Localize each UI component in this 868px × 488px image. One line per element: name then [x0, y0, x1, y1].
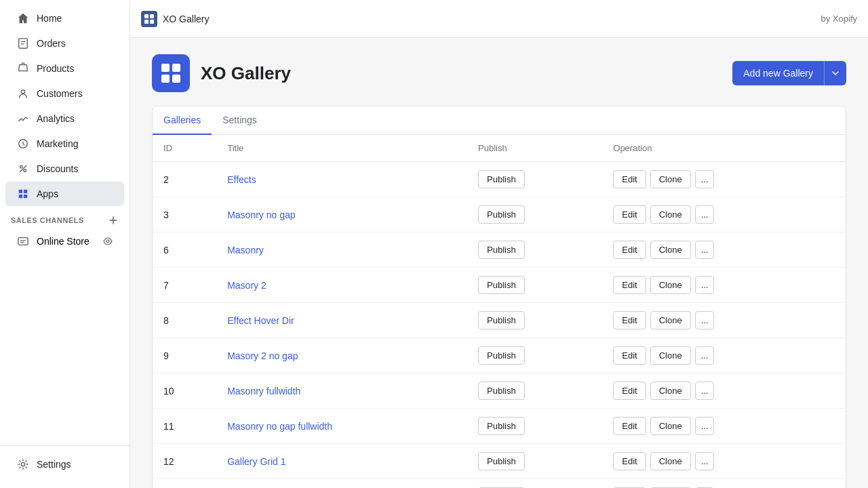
sidebar-item-analytics[interactable]: Analytics	[5, 106, 124, 131]
edit-button[interactable]: Edit	[613, 417, 646, 435]
cell-id: 9	[153, 338, 216, 373]
svg-rect-16	[172, 64, 180, 72]
gallery-link[interactable]: Masory 2	[227, 280, 267, 291]
sidebar-item-home[interactable]: Home	[5, 6, 124, 30]
gallery-link[interactable]: Effect Hover Dir	[227, 315, 294, 326]
clone-button[interactable]: Clone	[650, 346, 691, 365]
gallery-link[interactable]: Masonry no gap	[227, 209, 295, 220]
add-gallery-dropdown-button[interactable]	[824, 61, 846, 85]
more-button[interactable]: ...	[695, 276, 715, 294]
sidebar-item-marketing[interactable]: Marketing	[5, 131, 124, 156]
clone-button[interactable]: Clone	[650, 311, 691, 329]
gallery-link[interactable]: Gallery Grid 1	[227, 456, 285, 467]
add-gallery-button[interactable]: Add new Gallery	[732, 61, 824, 85]
edit-button[interactable]: Edit	[613, 311, 646, 329]
cell-id: 3	[153, 197, 216, 232]
publish-button[interactable]: Publish	[478, 311, 525, 329]
sidebar-item-discounts[interactable]: Discounts	[5, 157, 124, 181]
clone-button[interactable]: Clone	[650, 417, 691, 435]
galleries-table: ID Title Publish Operation 2 Effects Pub…	[153, 135, 846, 488]
svg-rect-5	[24, 190, 27, 193]
add-sales-channel-icon[interactable]	[108, 215, 119, 226]
clone-button[interactable]: Clone	[650, 276, 691, 294]
col-publish: Publish	[467, 135, 602, 162]
publish-button[interactable]: Publish	[478, 170, 525, 188]
cell-operations: Edit Clone ...	[602, 409, 846, 444]
more-button[interactable]: ...	[695, 452, 715, 470]
more-button[interactable]: ...	[695, 170, 715, 188]
more-button[interactable]: ...	[695, 205, 715, 224]
tab-settings[interactable]: Settings	[212, 106, 268, 135]
col-id: ID	[153, 135, 216, 162]
edit-button[interactable]: Edit	[613, 276, 646, 294]
edit-button[interactable]: Edit	[613, 205, 646, 224]
cell-id: 13	[153, 479, 216, 489]
publish-button[interactable]: Publish	[478, 241, 525, 259]
sidebar-item-settings[interactable]: Settings	[5, 452, 124, 476]
sidebar-nav: Home Orders Products Customers Analytics	[0, 0, 130, 445]
sales-channel-online-store[interactable]: Online Store	[5, 229, 124, 253]
sidebar-item-discounts-label: Discounts	[37, 163, 78, 174]
cell-operations: Edit Clone ...	[602, 479, 846, 489]
sidebar-item-products-label: Products	[37, 63, 74, 74]
cell-publish: Publish	[467, 303, 602, 338]
topbar-title: XO Gallery	[163, 14, 209, 24]
cell-id: 7	[153, 268, 216, 303]
tab-galleries[interactable]: Galleries	[153, 106, 212, 135]
col-title: Title	[216, 135, 467, 162]
cell-publish: Publish	[467, 338, 602, 373]
clone-button[interactable]: Clone	[650, 205, 691, 224]
cell-publish: Publish	[467, 162, 602, 197]
gallery-link[interactable]: Effects	[227, 174, 256, 185]
sidebar-item-products[interactable]: Products	[5, 56, 124, 81]
gallery-link[interactable]: Masonry no gap fullwidth	[227, 421, 332, 432]
online-store-visibility-icon[interactable]	[102, 236, 113, 247]
edit-button[interactable]: Edit	[613, 170, 646, 188]
topbar-brand: by Xopify	[821, 14, 857, 24]
svg-point-3	[24, 169, 26, 172]
publish-button[interactable]: Publish	[478, 452, 525, 470]
more-button[interactable]: ...	[695, 382, 715, 400]
gallery-link[interactable]: Masonry fullwidth	[227, 386, 300, 396]
sidebar-item-customers[interactable]: Customers	[5, 81, 124, 106]
table-row: 11 Masonry no gap fullwidth Publish Edit…	[153, 409, 846, 444]
svg-rect-17	[161, 75, 170, 83]
edit-button[interactable]: Edit	[613, 452, 646, 470]
publish-button[interactable]: Publish	[478, 276, 525, 294]
svg-rect-8	[18, 238, 28, 245]
svg-rect-0	[19, 39, 28, 48]
svg-rect-18	[172, 75, 180, 83]
publish-button[interactable]: Publish	[478, 346, 525, 365]
sidebar-item-analytics-label: Analytics	[37, 113, 75, 124]
svg-point-2	[20, 166, 23, 169]
clone-button[interactable]: Clone	[650, 382, 691, 400]
cell-operations: Edit Clone ...	[602, 444, 846, 479]
sidebar-item-apps-label: Apps	[37, 188, 58, 199]
svg-rect-6	[19, 195, 22, 198]
clone-button[interactable]: Clone	[650, 452, 691, 470]
svg-rect-15	[161, 64, 170, 72]
more-button[interactable]: ...	[695, 346, 715, 365]
table-row: 12 Gallery Grid 1 Publish Edit Clone ...	[153, 444, 846, 479]
online-store-label: Online Store	[37, 236, 90, 247]
sidebar-item-orders[interactable]: Orders	[5, 31, 124, 56]
publish-button[interactable]: Publish	[478, 417, 525, 435]
clone-button[interactable]: Clone	[650, 241, 691, 259]
edit-button[interactable]: Edit	[613, 382, 646, 400]
publish-button[interactable]: Publish	[478, 382, 525, 400]
clone-button[interactable]: Clone	[650, 170, 691, 188]
edit-button[interactable]: Edit	[613, 241, 646, 259]
discounts-icon	[16, 162, 30, 176]
cell-title: Masory 2	[216, 268, 467, 303]
col-operation: Operation	[602, 135, 846, 162]
more-button[interactable]: ...	[695, 311, 715, 329]
sidebar-item-apps[interactable]: Apps	[5, 182, 124, 206]
cell-title: Masonry fullwidth	[216, 373, 467, 409]
gallery-link[interactable]: Masory 2 no gap	[227, 350, 298, 361]
gallery-link[interactable]: Masonry	[227, 245, 264, 256]
more-button[interactable]: ...	[695, 417, 715, 435]
edit-button[interactable]: Edit	[613, 346, 646, 365]
publish-button[interactable]: Publish	[478, 205, 525, 224]
more-button[interactable]: ...	[695, 241, 715, 259]
orders-icon	[16, 37, 30, 50]
